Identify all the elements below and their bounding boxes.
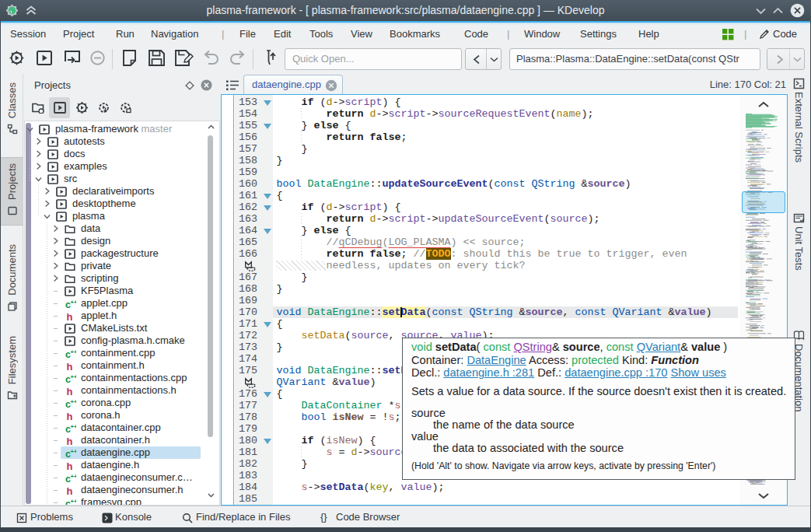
svg-text:++: ++ — [71, 423, 77, 430]
svg-text:h: h — [67, 460, 73, 471]
svg-text:++: ++ — [71, 299, 77, 306]
svg-text:++: ++ — [71, 398, 77, 405]
svg-text:h: h — [67, 361, 73, 372]
svg-text:++: ++ — [71, 448, 77, 455]
svg-text:++: ++ — [71, 473, 77, 480]
svg-text:h: h — [67, 386, 73, 397]
svg-text:++: ++ — [71, 348, 77, 355]
svg-text:++: ++ — [71, 498, 77, 505]
svg-text:h: h — [67, 436, 73, 446]
svg-text:h: h — [67, 311, 73, 322]
svg-text:++: ++ — [71, 373, 77, 380]
svg-text:h: h — [67, 485, 73, 496]
svg-text:h: h — [67, 411, 73, 422]
